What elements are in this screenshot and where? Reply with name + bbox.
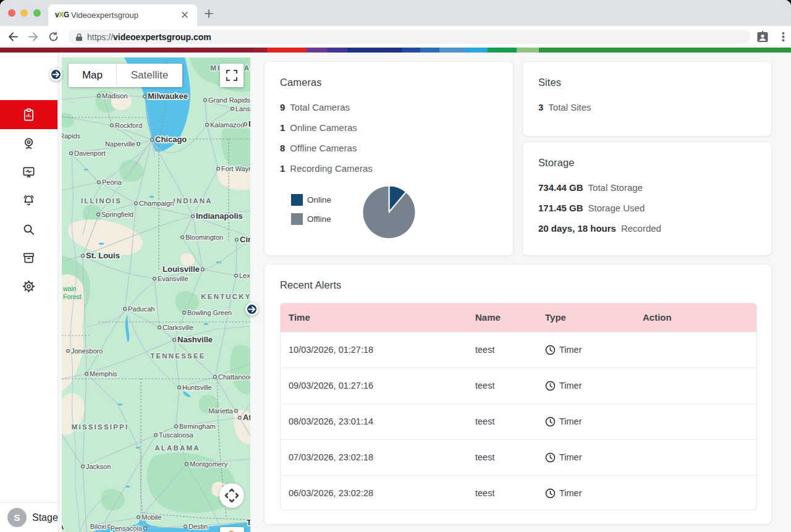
map-canvas[interactable]: MICHIGANILLINOISINDIANAKENTUCKYTENNESSEE… bbox=[62, 57, 250, 532]
storage-stats: 734.44 GBTotal Storage171.45 GBStorage U… bbox=[538, 177, 661, 239]
lock-icon[interactable] bbox=[75, 33, 83, 41]
cameras-card-title: Cameras bbox=[280, 77, 322, 88]
city-marker bbox=[204, 99, 207, 102]
stat-line: 9Total Cameras bbox=[280, 97, 373, 117]
city-marker bbox=[201, 268, 205, 271]
city-marker bbox=[151, 138, 154, 141]
map-expand-arrow[interactable] bbox=[245, 303, 258, 316]
alert-time: 07/03/2026, 23:02:18 bbox=[289, 440, 373, 475]
alert-row[interactable]: 07/03/2026, 23:02:18teestTimer bbox=[281, 439, 756, 475]
city-marker bbox=[137, 516, 140, 519]
timer-clock-icon bbox=[545, 488, 556, 499]
alert-row[interactable]: 10/03/2026, 01:27:18teestTimer bbox=[281, 332, 756, 368]
new-tab-button[interactable] bbox=[205, 9, 213, 18]
dashboard-app: S Stage bbox=[0, 53, 791, 532]
sidebar-item-cameras[interactable] bbox=[0, 129, 57, 158]
city-marker bbox=[244, 123, 247, 126]
browser-window: vXG Videoexpertsgroup https://videoexper… bbox=[0, 0, 791, 532]
alert-type: Timer bbox=[545, 368, 582, 403]
sidebar-item-search[interactable] bbox=[0, 215, 57, 244]
city-marker bbox=[85, 373, 88, 376]
arrow-right-icon bbox=[52, 70, 60, 78]
stat-line: 734.44 GBTotal Storage bbox=[538, 177, 661, 198]
pan-icon bbox=[224, 488, 240, 504]
city-label: Peoria bbox=[102, 179, 122, 186]
arrow-right-icon bbox=[248, 305, 256, 313]
tab-title: Videoexpertsgroup bbox=[71, 4, 138, 26]
sidebar-expand-arrow[interactable] bbox=[49, 68, 62, 81]
city-label: Champaign bbox=[139, 200, 174, 207]
map-pan-button[interactable] bbox=[219, 483, 244, 508]
alert-type: Timer bbox=[545, 332, 582, 368]
browser-tab[interactable]: vXG Videoexpertsgroup bbox=[48, 4, 197, 26]
city-label: Chicago bbox=[155, 135, 187, 144]
sidebar-item-dashboard[interactable] bbox=[0, 100, 57, 129]
sidebar: S Stage bbox=[0, 53, 57, 532]
sidebar-item-archive[interactable] bbox=[0, 243, 57, 272]
stat-line: 8Offline Cameras bbox=[280, 138, 373, 158]
city-marker bbox=[111, 124, 114, 127]
city-marker bbox=[67, 350, 70, 353]
city-marker bbox=[97, 213, 100, 216]
city-marker bbox=[70, 152, 73, 155]
cameras-stats: 9Total Cameras1Online Cameras8Offline Ca… bbox=[280, 97, 373, 179]
city-label: Atlanta bbox=[243, 413, 250, 422]
window-zoom-button[interactable] bbox=[33, 9, 41, 17]
city-label: Detroit bbox=[248, 119, 250, 129]
stat-line: 1Online Cameras bbox=[280, 117, 373, 138]
city-label: Clarksville bbox=[163, 324, 193, 331]
city-label: Louisville bbox=[163, 264, 200, 274]
avatar[interactable]: S bbox=[7, 508, 27, 527]
pie-legend: OnlineOffline bbox=[291, 190, 331, 229]
legend-row: Offline bbox=[291, 209, 331, 229]
sidebar-item-monitoring[interactable] bbox=[0, 158, 57, 187]
brand-color-stripe bbox=[0, 48, 791, 53]
city-label: Grand Rapids bbox=[208, 96, 250, 104]
alert-row[interactable]: 06/03/2026, 23:02:28teestTimer bbox=[281, 475, 756, 511]
alert-name: teest bbox=[475, 332, 494, 368]
city-label: Bloomington bbox=[185, 234, 223, 241]
map-panel[interactable]: MICHIGANILLINOISINDIANAKENTUCKYTENNESSEE… bbox=[62, 57, 250, 532]
city-label: Cincinnati bbox=[240, 235, 250, 244]
alerts-table: TimeNameTypeAction 10/03/2026, 01:27:18t… bbox=[280, 303, 757, 510]
cameras-card: Cameras 9Total Cameras1Online Cameras8Of… bbox=[264, 61, 514, 256]
state-label: ALABAMA bbox=[154, 444, 200, 452]
reload-icon[interactable] bbox=[48, 31, 59, 43]
storage-card: Storage 734.44 GBTotal Storage171.45 GBS… bbox=[522, 141, 772, 256]
menu-kebab-icon[interactable] bbox=[777, 31, 789, 43]
sidebar-item-alerts[interactable] bbox=[0, 186, 57, 215]
forest-label: wain bbox=[62, 285, 77, 292]
map-button[interactable]: Map bbox=[69, 64, 116, 87]
satellite-button[interactable]: Satellite bbox=[117, 64, 182, 87]
window-minimize-button[interactable] bbox=[20, 9, 28, 17]
sidebar-user[interactable]: S Stage bbox=[0, 503, 57, 532]
city-label: Destin bbox=[188, 523, 208, 530]
address-bar[interactable]: https://videoexpertsgroup.com bbox=[68, 30, 750, 44]
stat-line: 1Recording Cameras bbox=[280, 158, 373, 179]
profile-badge-icon[interactable] bbox=[756, 30, 769, 43]
timer-clock-icon bbox=[545, 452, 556, 463]
sidebar-item-settings[interactable] bbox=[0, 272, 57, 301]
window-close-button[interactable] bbox=[8, 9, 15, 17]
city-marker bbox=[82, 255, 85, 258]
state-label: KENTUCKY bbox=[201, 293, 250, 300]
alert-row[interactable]: 09/03/2026, 01:27:16teestTimer bbox=[281, 368, 756, 403]
map-fullscreen-button[interactable] bbox=[220, 64, 243, 87]
city-label: Mobile bbox=[142, 513, 161, 521]
city-marker bbox=[184, 525, 187, 528]
city-marker bbox=[98, 95, 101, 98]
city-label: St. Louis bbox=[86, 251, 120, 260]
city-marker bbox=[235, 410, 238, 413]
tab-close-icon[interactable] bbox=[180, 10, 190, 20]
pegman-control[interactable] bbox=[220, 527, 244, 532]
map-type-control: Map Satellite bbox=[69, 64, 182, 87]
city-label: Jonesboro bbox=[71, 347, 103, 355]
city-label: Rockford bbox=[115, 122, 142, 129]
alert-row[interactable]: 08/03/2026, 23:01:14teestTimer bbox=[281, 403, 756, 439]
back-icon[interactable] bbox=[7, 31, 19, 43]
archive-icon bbox=[22, 251, 36, 265]
stat-line: 171.45 GBStorage Used bbox=[538, 198, 661, 218]
forward-icon[interactable] bbox=[27, 31, 39, 43]
city-marker bbox=[235, 239, 239, 242]
city-marker bbox=[124, 308, 127, 311]
